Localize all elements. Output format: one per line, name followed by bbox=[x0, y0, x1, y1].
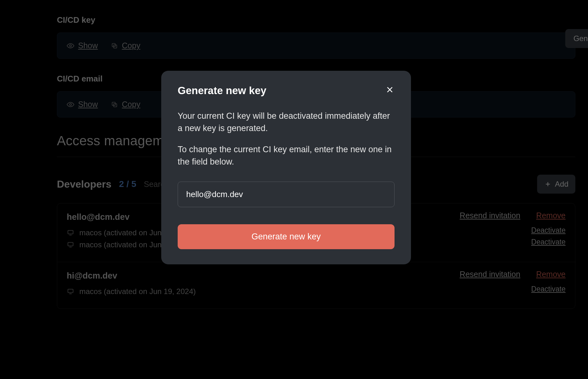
modal-close-button[interactable] bbox=[385, 86, 395, 95]
modal-title: Generate new key bbox=[178, 85, 266, 97]
modal-paragraph-2: To change the current CI key email, ente… bbox=[178, 143, 395, 168]
modal-generate-button[interactable]: Generate new key bbox=[178, 224, 395, 249]
generate-key-modal: Generate new key Your current CI key wil… bbox=[161, 71, 411, 264]
modal-email-input[interactable] bbox=[178, 182, 395, 207]
modal-paragraph-1: Your current CI key will be deactivated … bbox=[178, 110, 395, 135]
close-icon bbox=[386, 86, 394, 96]
